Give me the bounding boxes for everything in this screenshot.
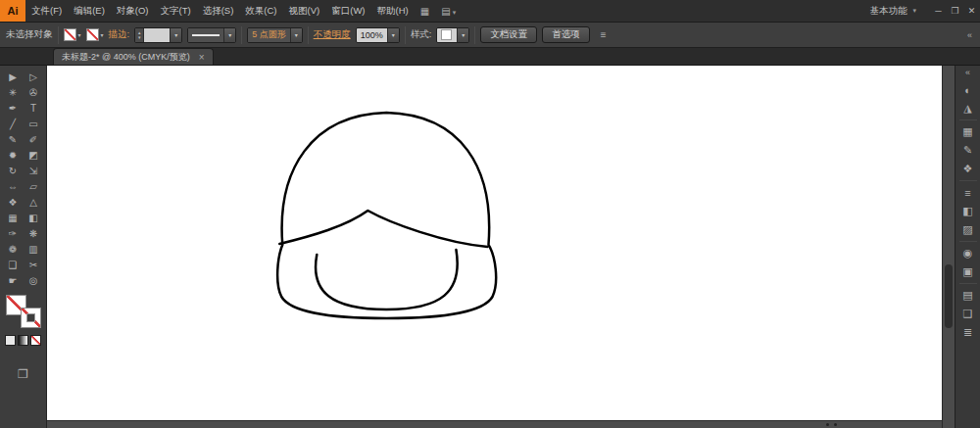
- chevron-down-icon[interactable]: ▾: [170, 28, 181, 42]
- arrange-documents-icon[interactable]: ▦: [415, 6, 435, 17]
- menu-file[interactable]: 文件(F): [25, 0, 68, 22]
- rectangle-tool[interactable]: ▭: [24, 116, 44, 131]
- pencil-tool[interactable]: ✐: [24, 131, 44, 147]
- vertical-scrollbar-thumb[interactable]: [945, 264, 953, 328]
- artboard-tool[interactable]: ❑: [3, 257, 24, 272]
- helmet-outline-path[interactable]: [277, 113, 496, 318]
- perspective-grid-tool[interactable]: △: [24, 194, 44, 210]
- screen-mode-button[interactable]: ❐: [18, 367, 28, 381]
- fill-color-picker[interactable]: ▾: [64, 28, 81, 41]
- selection-tool[interactable]: ▶: [3, 69, 24, 84]
- graphic-styles-panel-icon[interactable]: ▣: [956, 262, 980, 281]
- menu-view[interactable]: 视图(V): [283, 0, 326, 22]
- rotate-tool[interactable]: ↻: [3, 163, 24, 178]
- spinner-down-icon[interactable]: ▾: [138, 35, 141, 40]
- eyedropper-tool[interactable]: ✑: [3, 225, 24, 241]
- line-segment-tool[interactable]: ╱: [3, 116, 24, 131]
- scale-tool[interactable]: ⇲: [24, 163, 44, 178]
- document-layout-glyph: ▤: [441, 6, 450, 17]
- column-graph-tool[interactable]: ▥: [24, 241, 44, 257]
- preferences-button[interactable]: 首选项: [542, 26, 590, 43]
- color-panel-icon[interactable]: ◐: [956, 80, 980, 99]
- chevron-down-icon[interactable]: ▾: [457, 28, 468, 42]
- zoom-tool[interactable]: ◎: [24, 272, 44, 288]
- gradient-button[interactable]: [18, 335, 28, 346]
- menu-window[interactable]: 窗口(W): [325, 0, 370, 22]
- chevron-down-icon[interactable]: ▾: [223, 28, 235, 42]
- blob-brush-tool[interactable]: ✹: [3, 147, 24, 163]
- opacity-value[interactable]: 100%: [357, 28, 387, 42]
- brushes-panel-icon[interactable]: ✎: [956, 141, 980, 160]
- tab-close-icon[interactable]: ×: [199, 52, 205, 63]
- artboard-canvas[interactable]: [47, 66, 942, 420]
- symbol-sprayer-tool[interactable]: ❁: [3, 241, 24, 257]
- fill-stroke-indicator[interactable]: [6, 295, 41, 328]
- menu-type[interactable]: 文字(T): [155, 0, 197, 22]
- control-panel-menu-icon[interactable]: ≡: [595, 29, 612, 40]
- slice-tool[interactable]: ✂: [24, 257, 44, 272]
- artboards-panel-icon[interactable]: ❑: [956, 305, 980, 323]
- spinner-icon[interactable]: ▴▾: [135, 28, 144, 42]
- horizontal-scrollbar[interactable]: [47, 420, 942, 428]
- gradient-tool[interactable]: ◧: [24, 210, 44, 225]
- symbols-panel-icon[interactable]: ❖: [956, 160, 980, 178]
- hair-curve-path[interactable]: [279, 211, 487, 247]
- restore-button[interactable]: ❐: [947, 0, 963, 22]
- chevron-down-icon[interactable]: ▾: [290, 28, 302, 42]
- blend-tool[interactable]: ❋: [24, 225, 44, 241]
- menu-object[interactable]: 对象(O): [111, 0, 155, 22]
- width-tool[interactable]: ⇔: [3, 178, 24, 194]
- minimize-button[interactable]: ─: [930, 0, 947, 22]
- width-profile-combo[interactable]: ▾: [187, 27, 236, 43]
- none-button[interactable]: [30, 335, 41, 346]
- stroke-weight-label[interactable]: 描边:: [109, 28, 130, 41]
- menu-select[interactable]: 选择(S): [197, 0, 240, 22]
- mesh-tool[interactable]: ▦: [3, 210, 24, 225]
- menu-help[interactable]: 帮助(H): [371, 0, 415, 22]
- document-setup-button[interactable]: 文档设置: [480, 26, 537, 43]
- stroke-color-picker[interactable]: ▾: [86, 28, 104, 41]
- stroke-swatch[interactable]: [86, 28, 99, 41]
- layers-panel-icon[interactable]: ▤: [956, 286, 980, 305]
- stroke-panel-icon[interactable]: ≡: [956, 183, 980, 202]
- gradient-panel-icon[interactable]: ◧: [956, 202, 980, 220]
- chevron-down-icon[interactable]: ▾: [387, 28, 399, 42]
- brush-definition-value[interactable]: 5 点圆形: [248, 28, 290, 42]
- shape-builder-tool[interactable]: ❖: [3, 194, 24, 210]
- expand-panels-icon[interactable]: «: [965, 68, 970, 80]
- brush-definition-combo[interactable]: 5 点圆形 ▾: [247, 27, 303, 43]
- swatches-panel-icon[interactable]: ▦: [956, 122, 980, 141]
- magic-wand-tool[interactable]: ✳: [3, 84, 24, 100]
- hand-tool[interactable]: ☛: [3, 272, 24, 288]
- document-layout-icon[interactable]: ▤▾: [435, 6, 462, 17]
- vertical-scrollbar[interactable]: [942, 66, 955, 428]
- free-transform-tool[interactable]: ▱: [24, 178, 44, 194]
- fill-swatch[interactable]: [64, 28, 76, 41]
- align-panel-icon[interactable]: ≣: [956, 323, 980, 342]
- color-guide-panel-icon[interactable]: ◮: [956, 99, 980, 118]
- workspace-switcher[interactable]: 基本功能▾: [869, 5, 916, 18]
- pen-tool[interactable]: ✒: [3, 100, 24, 116]
- close-button[interactable]: ✕: [963, 0, 980, 22]
- type-tool[interactable]: T: [24, 100, 44, 116]
- stroke-weight-combo[interactable]: ▴▾ ▾: [134, 27, 182, 43]
- appearance-panel-icon[interactable]: ◉: [956, 244, 980, 262]
- document-tab[interactable]: 未标题-2* @ 400% (CMYK/预览) ×: [53, 48, 214, 65]
- paintbrush-tool[interactable]: ✎: [3, 131, 24, 147]
- style-combo[interactable]: ▾: [436, 27, 469, 43]
- menu-effect[interactable]: 效果(C): [239, 0, 282, 22]
- menu-edit[interactable]: 编辑(E): [68, 0, 111, 22]
- opacity-label[interactable]: 不透明度: [314, 28, 351, 41]
- style-swatch-field[interactable]: [437, 28, 457, 42]
- stroke-weight-field[interactable]: [144, 28, 170, 42]
- chevron-down-icon: ▾: [912, 7, 916, 15]
- direct-selection-tool[interactable]: ▷: [24, 69, 44, 84]
- face-arc-path[interactable]: [316, 250, 458, 309]
- stroke-color-swatch[interactable]: [21, 308, 41, 328]
- lasso-tool[interactable]: ✇: [24, 84, 44, 100]
- eraser-tool[interactable]: ◩: [24, 147, 44, 163]
- opacity-combo[interactable]: 100% ▾: [356, 27, 400, 43]
- color-button[interactable]: [5, 335, 16, 346]
- collapse-control-bar-icon[interactable]: «: [967, 30, 974, 40]
- transparency-panel-icon[interactable]: ▨: [956, 220, 980, 239]
